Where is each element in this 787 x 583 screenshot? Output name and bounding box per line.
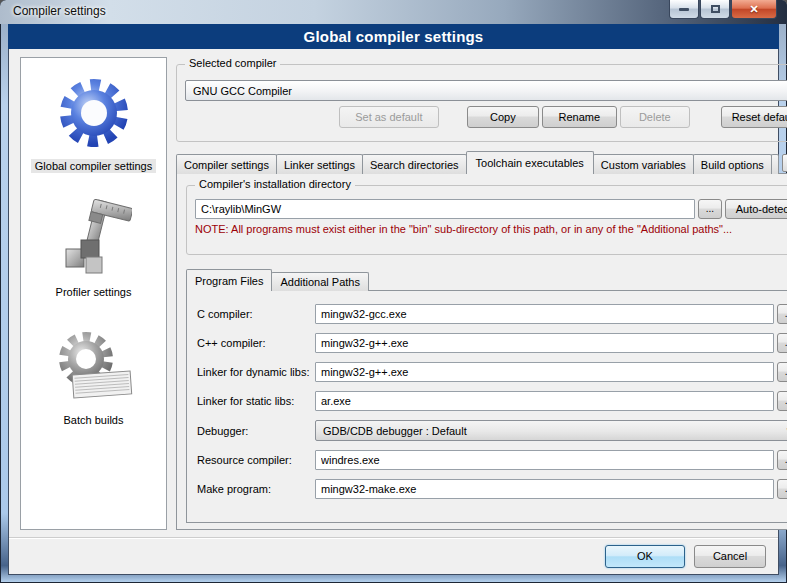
tab-scroll-buttons: ◄ ► — [782, 154, 787, 174]
tab-additional-paths[interactable]: Additional Paths — [271, 272, 369, 291]
dialog-body: Global compiler settings — [9, 49, 778, 537]
c-compiler-input[interactable] — [315, 304, 774, 324]
browse-resource-compiler-button[interactable]: ... — [777, 450, 787, 470]
sidebar-item-global-compiler-settings[interactable]: Global compiler settings — [21, 58, 166, 173]
installation-directory-input[interactable] — [195, 199, 695, 219]
compiler-settings-dialog: Compiler settings ✕ Global compiler sett… — [0, 0, 787, 583]
dialog-client-area: Global compiler settings — [8, 49, 779, 575]
installation-directory-row: ... Auto-detect — [195, 199, 787, 219]
main-content: Selected compiler GNU GCC Compiler ▼ Set… — [176, 57, 787, 537]
field-row-resource-compiler: Resource compiler: ... — [197, 450, 787, 470]
page-banner: Global compiler settings — [8, 24, 779, 49]
compiler-buttons-row: Set as default Copy Rename Delete Reset … — [185, 106, 787, 128]
ok-button[interactable]: OK — [605, 545, 685, 568]
gray-gear-stack-icon — [49, 325, 139, 409]
field-row-cpp-compiler: C++ compiler: ... — [197, 333, 787, 353]
debugger-value: GDB/CDB debugger : Default — [323, 425, 467, 437]
resource-compiler-input[interactable] — [315, 450, 774, 470]
copy-button[interactable]: Copy — [467, 106, 539, 128]
close-button[interactable]: ✕ — [731, 0, 777, 19]
rename-button[interactable]: Rename — [542, 106, 617, 128]
toolchain-executables-panel: Compiler's installation directory ... Au… — [176, 173, 787, 530]
field-row-c-compiler: C compiler: ... — [197, 304, 787, 324]
field-row-static-linker: Linker for static libs: ... — [197, 391, 787, 411]
field-label: C compiler: — [197, 308, 315, 320]
program-files-panel: C compiler: ... C++ compiler: ... — [186, 290, 787, 523]
browse-directory-button[interactable]: ... — [698, 199, 722, 219]
field-row-dynamic-linker: Linker for dynamic libs: ... — [197, 362, 787, 382]
tab-search-directories[interactable]: Search directories — [362, 154, 467, 174]
blue-gear-icon — [53, 71, 135, 155]
tab-scroll-left-button[interactable]: ◄ — [782, 154, 787, 172]
page-title: Global compiler settings — [304, 28, 484, 45]
browse-static-linker-button[interactable]: ... — [777, 391, 787, 411]
dynamic-linker-input[interactable] — [315, 362, 774, 382]
make-program-input[interactable] — [315, 479, 774, 499]
tab-build-options[interactable]: Build options — [693, 154, 772, 174]
installation-note: NOTE: All programs must exist either in … — [195, 223, 787, 235]
browse-cpp-compiler-button[interactable]: ... — [777, 333, 787, 353]
sidebar-item-label: Profiler settings — [52, 285, 136, 299]
tab-program-files[interactable]: Program Files — [186, 269, 272, 291]
selected-compiler-value: GNU GCC Compiler — [193, 85, 292, 97]
programs-tab-row: Program Files Additional Paths — [186, 269, 787, 291]
field-label: Linker for static libs: — [197, 395, 315, 407]
settings-category-list: Global compiler settings — [20, 57, 167, 530]
window-controls: ✕ — [668, 0, 777, 19]
caliper-icon — [56, 197, 132, 281]
sidebar-item-batch-builds[interactable]: Batch builds — [21, 299, 166, 427]
set-as-default-button[interactable]: Set as default — [339, 106, 439, 128]
delete-button[interactable]: Delete — [620, 106, 690, 128]
titlebar[interactable]: Compiler settings ✕ — [0, 0, 787, 24]
static-linker-input[interactable] — [315, 391, 774, 411]
selected-compiler-group: Selected compiler GNU GCC Compiler ▼ Set… — [176, 64, 787, 142]
browse-c-compiler-button[interactable]: ... — [777, 304, 787, 324]
tab-compiler-settings[interactable]: Compiler settings — [176, 154, 277, 174]
debugger-dropdown[interactable]: GDB/CDB debugger : Default ▼ — [315, 420, 787, 441]
window-title: Compiler settings — [13, 4, 106, 18]
field-label: Linker for dynamic libs: — [197, 366, 315, 378]
tab-toolchain-executables[interactable]: Toolchain executables — [466, 151, 594, 174]
reset-defaults-button[interactable]: Reset defaults — [721, 106, 787, 128]
tab-custom-variables[interactable]: Custom variables — [593, 154, 694, 174]
installation-directory-group: Compiler's installation directory ... Au… — [186, 185, 787, 255]
sidebar-item-label: Global compiler settings — [31, 159, 156, 173]
sidebar-item-profiler-settings[interactable]: Profiler settings — [21, 173, 166, 299]
selected-compiler-dropdown[interactable]: GNU GCC Compiler ▼ — [185, 80, 787, 101]
field-label: Make program: — [197, 483, 315, 495]
cpp-compiler-input[interactable] — [315, 333, 774, 353]
dialog-footer: OK Cancel — [9, 537, 778, 574]
field-label: Resource compiler: — [197, 454, 315, 466]
field-row-make-program: Make program: ... — [197, 479, 787, 499]
tab-partial[interactable] — [771, 154, 779, 174]
installation-directory-group-label: Compiler's installation directory — [195, 178, 355, 190]
field-label: C++ compiler: — [197, 337, 315, 349]
browse-make-program-button[interactable]: ... — [777, 479, 787, 499]
sidebar-item-label: Batch builds — [60, 413, 128, 427]
cancel-button[interactable]: Cancel — [694, 545, 766, 568]
maximize-button[interactable] — [700, 0, 730, 19]
auto-detect-button[interactable]: Auto-detect — [725, 199, 787, 219]
selected-compiler-group-label: Selected compiler — [185, 57, 280, 69]
settings-tab-control: Compiler settings Linker settings Search… — [176, 151, 787, 530]
minimize-icon — [679, 8, 689, 11]
browse-dynamic-linker-button[interactable]: ... — [777, 362, 787, 382]
programs-notebook: Program Files Additional Paths C compile… — [186, 269, 787, 523]
minimize-button[interactable] — [669, 0, 699, 19]
maximize-icon — [711, 5, 720, 13]
close-icon: ✕ — [749, 3, 758, 16]
settings-tab-row: Compiler settings Linker settings Search… — [176, 151, 787, 174]
field-label: Debugger: — [197, 425, 315, 437]
field-row-debugger: Debugger: GDB/CDB debugger : Default ▼ — [197, 420, 787, 441]
tab-linker-settings[interactable]: Linker settings — [276, 154, 363, 174]
